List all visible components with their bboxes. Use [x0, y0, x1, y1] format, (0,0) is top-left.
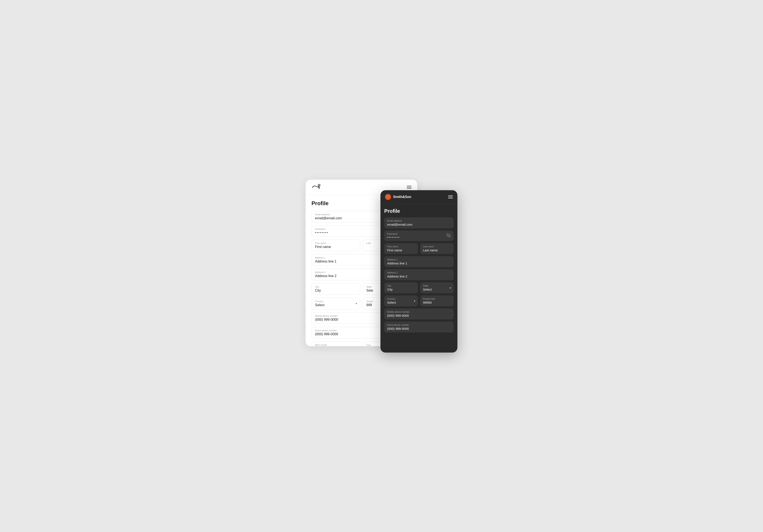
dark-home-field[interactable]: Home phone number (000) 999-0000	[384, 322, 454, 333]
dark-address2-group: Address 2 Address line 2	[384, 269, 454, 280]
dark-menu-icon[interactable]	[448, 195, 453, 198]
dark-country-field[interactable]: Country Select ▾	[384, 295, 418, 306]
dark-address1-group: Address 1 Address line 1	[384, 256, 454, 267]
dark-page-title: Profile	[384, 208, 454, 214]
dark-mobile-group: Mobile phone number (000) 999-0000	[384, 308, 454, 319]
dark-lastname-field[interactable]: Last name Last name	[420, 243, 454, 254]
scene: Profile Email address email@email.com Pa…	[306, 180, 457, 353]
dark-topbar: Smith&Son	[381, 190, 457, 204]
dark-home-group: Home phone number (000) 999-0000	[384, 322, 454, 333]
eye-off-icon[interactable]	[446, 233, 451, 238]
light-firstname-field[interactable]: First name First name	[311, 240, 360, 251]
dark-email-field[interactable]: Email address email@email.com	[384, 217, 454, 228]
dark-content: Profile Email address email@email.com Pa…	[381, 204, 457, 352]
brand-dot	[385, 194, 391, 200]
dark-mobile-field[interactable]: Mobile phone number (000) 999-0000	[384, 308, 454, 319]
dark-name-group: First name First name Last name Last nam…	[384, 243, 454, 254]
dark-card: Smith&Son Profile Email address email@em…	[381, 190, 457, 353]
dark-email-group: Email address email@email.com	[384, 217, 454, 228]
light-birth-month-field[interactable]: Birth month Select ▾	[311, 341, 360, 346]
dark-city-state-group: City City State Select ▾	[384, 282, 454, 293]
brand-name: Smith&Son	[393, 195, 411, 199]
dark-state-field[interactable]: State Select ▾	[420, 282, 454, 293]
light-country-field[interactable]: Country Select ▾	[311, 298, 360, 309]
dark-password-group: Password ••••••••	[384, 231, 454, 241]
dark-postal-field[interactable]: Postal code 99950	[420, 295, 454, 306]
chevron-down-icon-state: ▾	[450, 286, 451, 289]
brand: Smith&Son	[385, 194, 411, 200]
dark-firstname-field[interactable]: First name First name	[384, 243, 418, 254]
dark-address1-field[interactable]: Address 1 Address line 1	[384, 256, 454, 267]
chevron-down-icon: ▾	[356, 302, 357, 305]
dark-password-field[interactable]: Password ••••••••	[384, 231, 454, 241]
chevron-down-icon-country: ▾	[414, 299, 415, 302]
menu-icon[interactable]	[407, 186, 411, 189]
dark-city-field[interactable]: City City	[384, 282, 418, 293]
chevron-down-icon-birth: ▾	[356, 345, 357, 346]
logo-icon	[311, 183, 321, 191]
dark-address2-field[interactable]: Address 2 Address line 2	[384, 269, 454, 280]
light-city-field[interactable]: City City	[311, 283, 360, 295]
dark-country-postal-group: Country Select ▾ Postal code 99950	[384, 295, 454, 306]
